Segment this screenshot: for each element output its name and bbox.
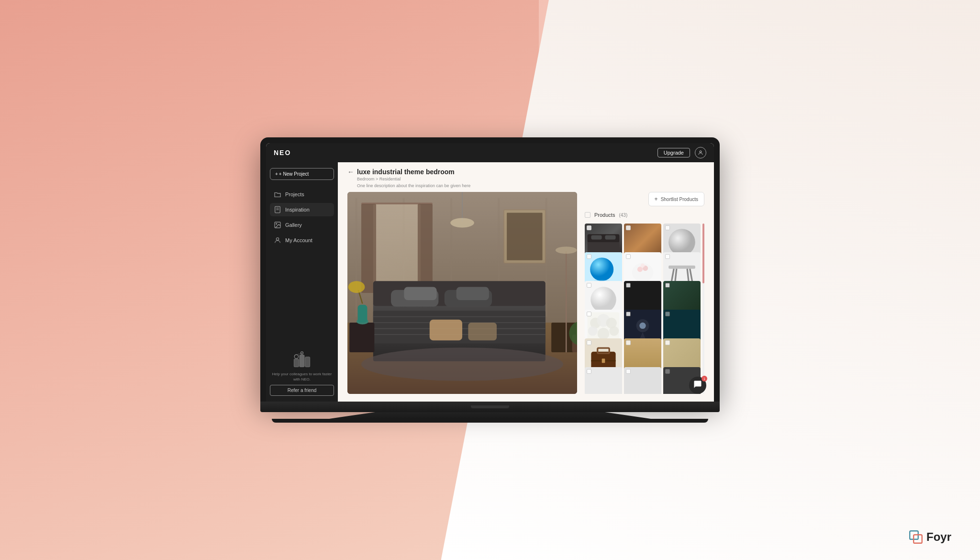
product-checkbox[interactable] — [626, 340, 631, 345]
svg-rect-42 — [349, 323, 374, 352]
product-checkbox[interactable] — [587, 225, 591, 230]
svg-rect-65 — [668, 266, 695, 269]
bedroom-image — [347, 192, 577, 394]
product-checkbox[interactable] — [665, 312, 670, 316]
svg-point-64 — [641, 263, 645, 268]
refer-illustration — [290, 351, 314, 369]
chat-badge: 1 — [702, 376, 707, 381]
sidebar: + + New Project Projects — [266, 162, 338, 402]
product-checkbox[interactable] — [626, 225, 631, 230]
user-icon — [274, 236, 281, 244]
plus-icon: + — [655, 196, 658, 202]
shortlist-products-button[interactable]: + Shortlist Products — [648, 192, 704, 206]
svg-rect-45 — [358, 305, 368, 323]
product-checkbox[interactable] — [587, 283, 591, 288]
svg-point-75 — [588, 326, 598, 336]
laptop-base — [260, 402, 720, 412]
main-area: + + New Project Projects — [266, 162, 714, 402]
image-section — [347, 192, 577, 394]
svg-rect-15 — [356, 198, 357, 316]
top-bar: NEO Upgrade — [266, 143, 714, 162]
svg-rect-8 — [300, 355, 304, 367]
sidebar-label-account: My Account — [285, 237, 312, 243]
product-checkbox[interactable] — [587, 340, 591, 345]
svg-point-70 — [590, 287, 616, 312]
svg-rect-54 — [591, 235, 601, 240]
top-bar-right: Upgrade — [657, 147, 706, 158]
refer-button[interactable]: Refer a friend — [270, 385, 334, 396]
products-scrollbar[interactable] — [702, 224, 704, 394]
breadcrumb: Bedroom > Residential — [357, 177, 704, 181]
product-checkbox[interactable] — [587, 254, 591, 259]
svg-point-12 — [301, 352, 303, 354]
folder-icon — [274, 190, 281, 198]
laptop-foot — [272, 419, 708, 423]
app-logo: NEO — [274, 149, 291, 157]
products-grid — [585, 224, 701, 394]
app-wrapper: NEO Upgrade — [266, 143, 714, 402]
svg-point-49 — [556, 246, 577, 254]
product-checkbox[interactable] — [665, 254, 670, 259]
product-checkbox[interactable] — [626, 283, 631, 288]
user-avatar[interactable] — [695, 147, 706, 158]
svg-rect-9 — [305, 357, 310, 367]
product-checkbox[interactable] — [665, 369, 670, 374]
svg-point-10 — [294, 355, 298, 358]
svg-rect-85 — [602, 358, 605, 363]
product-checkbox[interactable] — [626, 369, 631, 374]
products-header: Products (43) — [585, 210, 704, 220]
product-checkbox[interactable] — [626, 254, 631, 259]
product-checkbox[interactable] — [665, 283, 670, 288]
refer-description: Help your colleagues to work faster with… — [270, 372, 334, 382]
product-checkbox[interactable] — [665, 340, 670, 345]
svg-point-77 — [609, 326, 619, 336]
svg-rect-20 — [373, 204, 421, 287]
sidebar-item-inspiration[interactable]: Inspiration — [270, 203, 334, 216]
sidebar-item-projects[interactable]: Projects — [270, 188, 334, 201]
sidebar-item-account[interactable]: My Account — [270, 234, 334, 247]
svg-rect-32 — [404, 287, 436, 300]
foyr-brand-name: Foyr — [926, 530, 951, 544]
svg-point-0 — [700, 151, 702, 153]
select-all-checkbox[interactable] — [585, 212, 590, 218]
content-area: ← luxe industrial theme bedroom Bedroom … — [338, 162, 714, 402]
product-checkbox[interactable] — [665, 225, 670, 230]
product-checkbox[interactable] — [626, 312, 631, 316]
laptop-bezel: NEO Upgrade — [260, 137, 720, 402]
shortlist-label: Shortlist Products — [661, 197, 698, 202]
product-checkbox[interactable] — [587, 312, 591, 316]
svg-rect-23 — [418, 204, 433, 293]
laptop-stand — [260, 412, 720, 419]
product-item[interactable] — [585, 367, 622, 394]
svg-point-5 — [276, 224, 277, 224]
scrollbar-thumb[interactable] — [702, 224, 704, 283]
upgrade-button[interactable]: Upgrade — [657, 148, 690, 157]
image-icon — [274, 221, 281, 229]
page-title: luxe industrial theme bedroom — [357, 168, 455, 176]
new-project-button[interactable]: + + New Project — [270, 168, 334, 180]
svg-rect-40 — [468, 323, 497, 340]
sidebar-label-projects: Projects — [285, 191, 304, 197]
back-navigation: ← luxe industrial theme bedroom — [347, 168, 704, 176]
svg-point-47 — [348, 281, 365, 293]
chat-button[interactable]: 1 — [689, 377, 706, 394]
page-description: One line description about the inspirati… — [357, 183, 704, 188]
back-arrow-icon[interactable]: ← — [347, 168, 354, 176]
book-icon — [274, 206, 281, 213]
svg-rect-22 — [361, 204, 376, 293]
svg-rect-25 — [507, 213, 542, 260]
laptop-screen: NEO Upgrade — [266, 143, 714, 402]
svg-point-6 — [276, 238, 278, 240]
sidebar-label-gallery: Gallery — [285, 222, 302, 228]
content-header: ← luxe industrial theme bedroom Bedroom … — [338, 162, 714, 192]
foyr-brand: Foyr — [908, 529, 951, 545]
bedroom-svg — [347, 192, 577, 394]
product-item[interactable] — [624, 367, 661, 394]
svg-point-27 — [450, 218, 474, 228]
svg-rect-7 — [294, 359, 299, 367]
chat-icon — [693, 380, 702, 391]
sidebar-item-gallery[interactable]: Gallery — [270, 218, 334, 232]
products-count: (43) — [619, 213, 627, 218]
product-checkbox[interactable] — [587, 369, 591, 374]
foyr-logo-icon — [908, 529, 924, 545]
